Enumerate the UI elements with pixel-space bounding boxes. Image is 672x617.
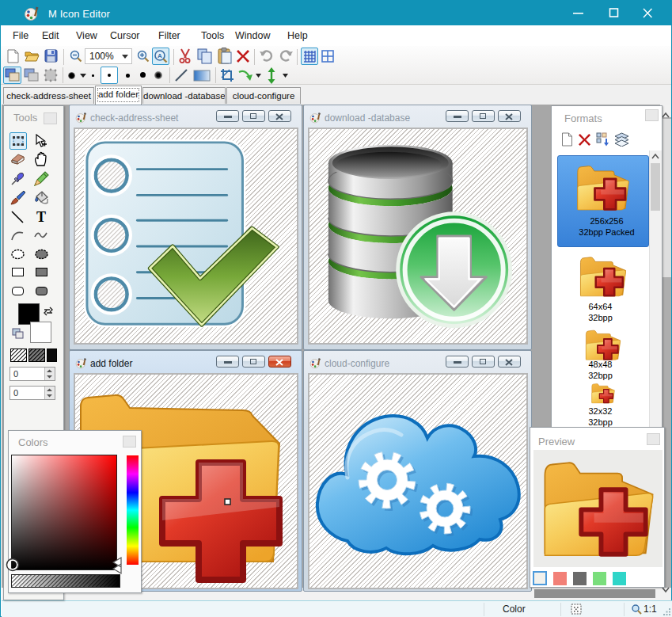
svg-text:A: A: [158, 52, 162, 59]
